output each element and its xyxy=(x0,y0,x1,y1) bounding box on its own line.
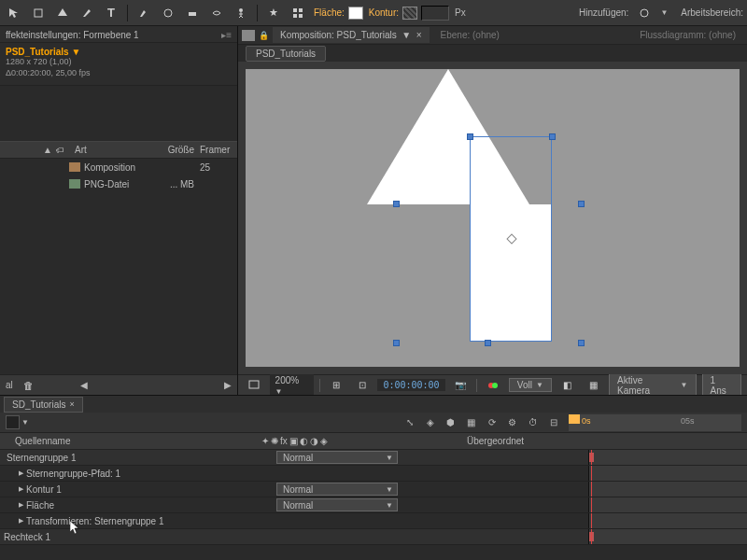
brush-tool-icon[interactable] xyxy=(134,3,154,23)
puppet-tool-icon[interactable] xyxy=(231,3,251,23)
eraser-tool-icon[interactable] xyxy=(182,3,203,23)
handle[interactable] xyxy=(393,340,400,346)
composition-viewer[interactable] xyxy=(238,62,747,374)
layer-property-row[interactable]: ▶Transformieren: Sternengruppe 1 xyxy=(0,513,747,529)
grid-icon[interactable] xyxy=(288,3,308,23)
switch-icon[interactable]: ✦ xyxy=(261,436,269,446)
guides-toggle-icon[interactable]: ⊡ xyxy=(352,375,373,396)
col-type[interactable]: Art xyxy=(71,145,153,155)
clone-tool-icon[interactable] xyxy=(158,3,178,23)
col-framerate[interactable]: Framer xyxy=(200,145,237,155)
tab-layer[interactable]: Ebene: (ohne) xyxy=(433,27,507,43)
tl-draft3d-icon[interactable]: ◈ xyxy=(423,415,438,430)
twirl-icon[interactable]: ▶ xyxy=(19,517,23,525)
tab-composition[interactable]: Komposition: PSD_Tutorials ▼ × xyxy=(273,27,430,43)
star-icon[interactable]: ★ xyxy=(263,3,284,23)
svg-rect-6 xyxy=(299,8,303,12)
col-parent[interactable]: Übergeordnet xyxy=(374,436,524,446)
blend-mode-dropdown[interactable]: Normal▼ xyxy=(276,483,398,496)
stroke-width-input[interactable] xyxy=(421,6,449,21)
blend-mode-dropdown[interactable]: Normal▼ xyxy=(276,451,398,464)
comp-name[interactable]: PSD_Tutorials ▼ xyxy=(6,47,232,57)
snapshot-icon[interactable]: 📷 xyxy=(451,375,472,396)
view-count-dropdown[interactable]: 1 Ans xyxy=(702,373,742,398)
layer-row[interactable]: Rechteck 1 xyxy=(0,529,747,545)
tl-motionblur-icon[interactable]: ⟳ xyxy=(485,415,500,430)
sort-arrow-icon[interactable]: ▲ xyxy=(0,145,56,155)
chevron-down-icon[interactable]: ▼ xyxy=(660,8,668,17)
layer-row[interactable]: Sternengruppe 1 Normal▼ xyxy=(0,450,747,466)
switch-icon[interactable]: ◈ xyxy=(320,436,328,446)
switch-icon[interactable]: ▣ xyxy=(289,436,298,446)
channel-icon[interactable] xyxy=(483,375,503,396)
main-toolbar: T ★ Fläche: Kontur: Px Hinzufügen: ▼ Arb… xyxy=(0,0,747,26)
svg-rect-10 xyxy=(69,162,80,172)
handle[interactable] xyxy=(393,201,400,207)
bpc-label[interactable]: al xyxy=(6,380,13,390)
tl-graph-icon[interactable]: ⤡ xyxy=(402,415,417,430)
comp-info-header: PSD_Tutorials ▼ 1280 x 720 (1,00) Δ0:00:… xyxy=(0,43,237,86)
scroll-left-icon[interactable]: ◀ xyxy=(80,380,88,390)
twirl-icon[interactable]: ▶ xyxy=(19,501,23,509)
timeline-tab[interactable]: SD_Tutorials× xyxy=(4,397,83,413)
pen-tool-icon[interactable] xyxy=(77,3,97,23)
handle[interactable] xyxy=(549,133,556,140)
stroke-swatch[interactable] xyxy=(402,7,417,20)
selection-tool-icon[interactable] xyxy=(4,3,24,23)
transparency-icon[interactable]: ▦ xyxy=(583,375,603,396)
blend-mode-dropdown[interactable]: Normal▼ xyxy=(276,498,398,511)
handle[interactable] xyxy=(578,340,585,346)
col-size[interactable]: Größe xyxy=(153,145,200,155)
roto-tool-icon[interactable] xyxy=(206,3,227,23)
trash-icon[interactable]: 🗑 xyxy=(19,375,39,396)
switch-icon[interactable]: ◑ xyxy=(310,436,318,446)
magnify-icon[interactable] xyxy=(244,375,264,396)
zoom-dropdown[interactable]: 200% ▼ xyxy=(270,374,315,397)
handle[interactable] xyxy=(485,340,491,346)
close-icon[interactable]: × xyxy=(69,399,74,409)
tl-shy-icon[interactable]: ⬢ xyxy=(444,415,458,430)
switch-icon[interactable]: fx xyxy=(280,436,288,446)
timeline-search-icon[interactable] xyxy=(6,415,20,429)
breadcrumb-item[interactable]: PSD_Tutorials xyxy=(246,46,326,62)
switch-icon[interactable]: ✺ xyxy=(271,436,278,446)
shape-tool-icon[interactable] xyxy=(52,3,73,23)
panel-menu-icon[interactable]: ▸≡ xyxy=(221,30,232,40)
project-item-comp[interactable]: Komposition 25 xyxy=(0,159,237,175)
tag-icon[interactable]: 🏷 xyxy=(56,146,71,155)
layer-property-row[interactable]: ▶Sternengruppe-Pfad: 1 xyxy=(0,466,747,482)
camera-dropdown[interactable]: Aktive Kamera▼ xyxy=(609,373,696,398)
current-time-indicator[interactable] xyxy=(569,414,580,431)
grid-toggle-icon[interactable]: ⊞ xyxy=(326,375,346,396)
current-time[interactable]: 0:00:00:00 xyxy=(377,379,444,391)
separator xyxy=(127,5,128,21)
lock-icon[interactable]: 🔒 xyxy=(259,31,269,40)
layer-property-row[interactable]: ▶Kontur 1 Normal▼ xyxy=(0,482,747,497)
hand-tool-icon[interactable] xyxy=(28,3,49,23)
col-source-name[interactable]: Quellenname xyxy=(0,436,261,446)
tl-autokey-icon[interactable]: ⏱ xyxy=(526,415,541,430)
resolution-dropdown[interactable]: Voll▼ xyxy=(509,378,552,392)
svg-rect-11 xyxy=(69,179,80,189)
timeline-ruler[interactable]: 0s 05s xyxy=(569,414,741,431)
tl-frameblend-icon[interactable]: ▦ xyxy=(464,415,479,430)
project-item-png[interactable]: PNG-Datei ... MB xyxy=(0,175,237,192)
workspace-label: Arbeitsbereich: xyxy=(681,7,743,18)
scroll-right-icon[interactable]: ▶ xyxy=(224,380,232,390)
fill-swatch[interactable] xyxy=(348,7,363,20)
twirl-icon[interactable]: ▶ xyxy=(19,469,23,477)
type-tool-icon[interactable]: T xyxy=(101,3,121,23)
switch-icon[interactable]: ◐ xyxy=(300,436,308,446)
add-dropdown-icon[interactable] xyxy=(634,3,655,23)
twirl-icon[interactable]: ▶ xyxy=(19,485,23,493)
tl-brainstorm-icon[interactable]: ⚙ xyxy=(505,415,520,430)
layer-property-row[interactable]: ▶Fläche Normal▼ xyxy=(0,497,747,513)
tab-flowchart[interactable]: Flussdiagramm: (ohne) xyxy=(632,27,743,43)
roi-icon[interactable]: ◧ xyxy=(557,375,578,396)
handle[interactable] xyxy=(467,133,473,140)
chevron-down-icon[interactable]: ▼ xyxy=(21,418,29,427)
tl-grapheditor-icon[interactable]: ⊟ xyxy=(546,415,561,430)
handle[interactable] xyxy=(578,201,585,207)
canvas[interactable] xyxy=(246,69,740,367)
svg-marker-1 xyxy=(58,8,67,16)
